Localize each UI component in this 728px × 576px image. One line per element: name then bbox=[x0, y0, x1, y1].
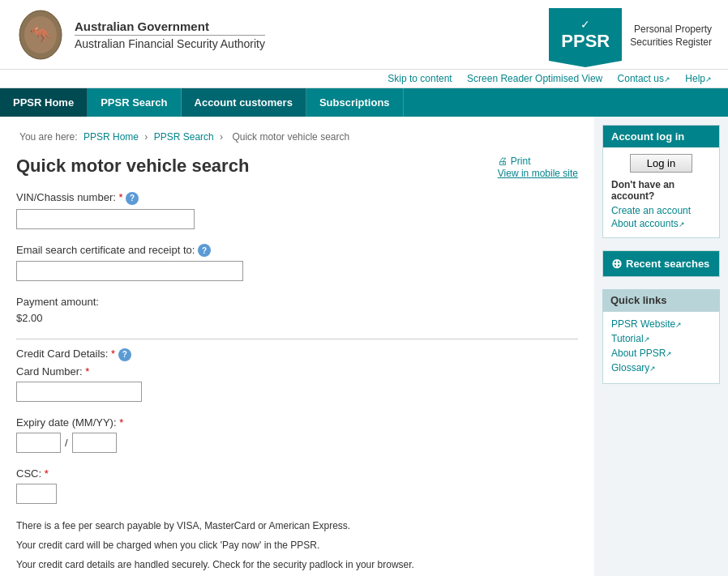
breadcrumb-ppsr-search[interactable]: PPSR Search bbox=[154, 131, 214, 143]
log-in-button[interactable]: Log in bbox=[630, 154, 692, 173]
print-icon: 🖨 bbox=[498, 156, 507, 167]
cc-help-icon[interactable]: ? bbox=[118, 348, 131, 361]
screen-reader-link[interactable]: Screen Reader Optimised View bbox=[467, 73, 602, 84]
quick-link-glossary[interactable]: Glossary bbox=[611, 362, 711, 373]
ppsr-subtitle: Personal Property Securities Register bbox=[630, 23, 712, 49]
expiry-section: Expiry date (MM/YY): * / bbox=[16, 416, 578, 453]
ppsr-letters: PPSR bbox=[561, 31, 610, 52]
about-accounts-link[interactable]: About accounts bbox=[611, 218, 711, 229]
header-titles: Australian Government Australian Financi… bbox=[75, 19, 265, 50]
recent-searches-box: ⊕ Recent searches bbox=[602, 250, 720, 277]
card-number-section: Card Number: * bbox=[16, 365, 578, 402]
nav-account-customers[interactable]: Account customers bbox=[182, 88, 306, 117]
skip-to-content-link[interactable]: Skip to content bbox=[388, 73, 452, 84]
card-number-input[interactable] bbox=[16, 382, 142, 402]
main-nav: PPSR Home PPSR Search Account customers … bbox=[0, 88, 728, 117]
info-text-2: Your credit card will be charged when yo… bbox=[16, 538, 578, 553]
quick-link-ppsr-website[interactable]: PPSR Website bbox=[611, 318, 711, 330]
info-text-3: Your credit card details are handled sec… bbox=[16, 557, 578, 572]
quick-link-about-ppsr[interactable]: About PPSR bbox=[611, 348, 711, 359]
payment-value: $2.00 bbox=[16, 312, 578, 324]
info-text-1: There is a fee per search payable by VIS… bbox=[16, 518, 578, 533]
breadcrumb: You are here: PPSR Home › PPSR Search › … bbox=[16, 125, 578, 149]
utility-bar: Skip to content Screen Reader Optimised … bbox=[0, 70, 728, 88]
csc-input[interactable] bbox=[16, 484, 57, 504]
expiry-separator: / bbox=[65, 437, 68, 449]
content-header: Quick motor vehicle search 🖨 Print View … bbox=[16, 156, 578, 179]
credit-card-section: Credit Card Details: * ? Card Number: * … bbox=[16, 348, 578, 504]
quick-links-content: PPSR Website Tutorial About PPSR Glossar… bbox=[602, 311, 720, 384]
create-account-link[interactable]: Create an account bbox=[611, 205, 711, 216]
coat-of-arms-icon: 🦘 bbox=[16, 11, 65, 59]
content-area: You are here: PPSR Home › PPSR Search › … bbox=[0, 117, 594, 576]
breadcrumb-current: Quick motor vehicle search bbox=[232, 131, 349, 143]
csc-label: CSC: * bbox=[16, 467, 578, 480]
search-form: VIN/Chassis number: * ? Email search cer… bbox=[16, 191, 578, 576]
expiry-year-input[interactable] bbox=[72, 433, 117, 453]
contact-us-link[interactable]: Contact us bbox=[618, 73, 670, 84]
print-link[interactable]: 🖨 Print bbox=[498, 156, 578, 167]
quick-links-header: Quick links bbox=[602, 289, 720, 311]
agency-title: Australian Financial Security Authority bbox=[75, 35, 265, 50]
dont-have-account: Don't have an account? bbox=[611, 179, 711, 202]
view-mobile-link[interactable]: View in mobile site bbox=[498, 168, 578, 179]
vin-input[interactable] bbox=[16, 209, 195, 229]
payment-section: Payment amount: $2.00 bbox=[16, 296, 578, 324]
header: 🦘 Australian Government Australian Finan… bbox=[0, 0, 728, 70]
vin-section: VIN/Chassis number: * ? bbox=[16, 191, 578, 229]
account-login-content: Log in Don't have an account? Create an … bbox=[603, 147, 719, 237]
expiry-month-input[interactable] bbox=[16, 433, 61, 453]
quick-link-tutorial[interactable]: Tutorial bbox=[611, 333, 711, 344]
vin-help-icon[interactable]: ? bbox=[126, 192, 139, 205]
ppsr-check: ✓ bbox=[580, 18, 590, 31]
email-help-icon[interactable]: ? bbox=[198, 244, 211, 257]
credit-card-label: Credit Card Details: * ? bbox=[16, 348, 578, 361]
header-left: 🦘 Australian Government Australian Finan… bbox=[16, 11, 265, 59]
gov-title: Australian Government bbox=[75, 19, 265, 33]
quick-links-box: Quick links PPSR Website Tutorial About … bbox=[602, 289, 720, 384]
right-links: 🖨 Print View in mobile site bbox=[498, 156, 578, 179]
account-login-header: Account log in bbox=[603, 126, 719, 147]
recent-searches-header: ⊕ Recent searches bbox=[603, 251, 719, 276]
svg-text:🦘: 🦘 bbox=[29, 23, 52, 45]
nav-ppsr-search[interactable]: PPSR Search bbox=[88, 88, 181, 117]
ppsr-badge: ✓ PPSR bbox=[549, 8, 622, 61]
vin-required: * bbox=[118, 191, 122, 203]
email-input[interactable] bbox=[16, 261, 243, 281]
plus-icon: ⊕ bbox=[611, 256, 622, 271]
nav-subscriptions[interactable]: Subscriptions bbox=[306, 88, 404, 117]
help-link[interactable]: Help bbox=[685, 73, 712, 84]
email-section: Email search certificate and receipt to:… bbox=[16, 244, 578, 282]
expiry-row: / bbox=[16, 433, 578, 453]
card-number-label: Card Number: * bbox=[16, 365, 578, 378]
account-login-box: Account log in Log in Don't have an acco… bbox=[602, 125, 720, 238]
csc-section: CSC: * bbox=[16, 467, 578, 504]
payment-label: Payment amount: bbox=[16, 296, 578, 308]
vin-label: VIN/Chassis number: * ? bbox=[16, 191, 578, 205]
page-title: Quick motor vehicle search bbox=[16, 156, 249, 177]
expiry-label: Expiry date (MM/YY): * bbox=[16, 416, 578, 429]
nav-ppsr-home[interactable]: PPSR Home bbox=[0, 88, 88, 117]
cc-required: * bbox=[111, 348, 115, 360]
sidebar: Account log in Log in Don't have an acco… bbox=[594, 117, 728, 576]
breadcrumb-ppsr-home[interactable]: PPSR Home bbox=[84, 131, 139, 143]
email-label: Email search certificate and receipt to:… bbox=[16, 244, 578, 258]
